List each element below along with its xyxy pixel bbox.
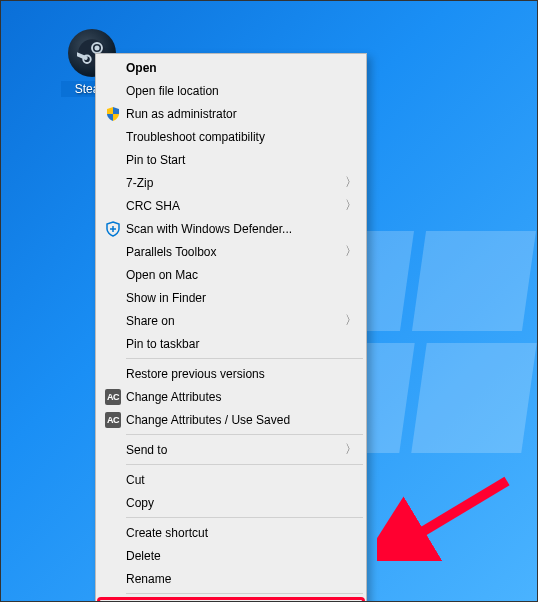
menu-cut-label: Cut — [124, 473, 358, 487]
menu-open-label: Open — [124, 61, 358, 75]
menu-open-location-label: Open file location — [124, 84, 358, 98]
menu-separator — [126, 464, 363, 465]
menu-delete-label: Delete — [124, 549, 358, 563]
menu-separator — [126, 517, 363, 518]
menu-defender-label: Scan with Windows Defender... — [124, 222, 358, 236]
menu-copy[interactable]: Copy — [98, 491, 364, 514]
defender-icon — [102, 221, 124, 237]
menu-7zip-label: 7-Zip — [124, 176, 344, 190]
menu-parallels-label: Parallels Toolbox — [124, 245, 344, 259]
menu-create-shortcut-label: Create shortcut — [124, 526, 358, 540]
menu-send-to[interactable]: Send to 〉 — [98, 438, 364, 461]
menu-run-as-administrator[interactable]: Run as administrator — [98, 102, 364, 125]
context-menu: Open Open file location Run as administr… — [95, 53, 367, 602]
menu-share-on-label: Share on — [124, 314, 344, 328]
menu-change-attributes-use-saved[interactable]: AC Change Attributes / Use Saved — [98, 408, 364, 431]
menu-open-mac-label: Open on Mac — [124, 268, 358, 282]
chevron-right-icon: 〉 — [344, 441, 358, 458]
menu-open[interactable]: Open — [98, 56, 364, 79]
menu-show-finder-label: Show in Finder — [124, 291, 358, 305]
menu-restore-versions-label: Restore previous versions — [124, 367, 358, 381]
menu-separator — [126, 434, 363, 435]
menu-change-attr-label: Change Attributes — [124, 390, 358, 404]
menu-pin-start-label: Pin to Start — [124, 153, 358, 167]
menu-scan-defender[interactable]: Scan with Windows Defender... — [98, 217, 364, 240]
menu-send-to-label: Send to — [124, 443, 344, 457]
svg-line-5 — [407, 481, 507, 541]
menu-troubleshoot-label: Troubleshoot compatibility — [124, 130, 358, 144]
menu-change-attributes[interactable]: AC Change Attributes — [98, 385, 364, 408]
menu-properties[interactable]: Properties — [97, 597, 365, 602]
menu-rename[interactable]: Rename — [98, 567, 364, 590]
menu-share-on[interactable]: Share on 〉 — [98, 309, 364, 332]
menu-change-attr-saved-label: Change Attributes / Use Saved — [124, 413, 358, 427]
menu-pin-to-start[interactable]: Pin to Start — [98, 148, 364, 171]
attribute-changer-icon: AC — [102, 389, 124, 405]
svg-point-2 — [95, 46, 100, 51]
chevron-right-icon: 〉 — [344, 243, 358, 260]
menu-copy-label: Copy — [124, 496, 358, 510]
menu-cut[interactable]: Cut — [98, 468, 364, 491]
menu-pin-to-taskbar[interactable]: Pin to taskbar — [98, 332, 364, 355]
menu-crc-sha[interactable]: CRC SHA 〉 — [98, 194, 364, 217]
menu-troubleshoot-compatibility[interactable]: Troubleshoot compatibility — [98, 125, 364, 148]
annotation-arrow — [377, 471, 517, 561]
menu-restore-previous-versions[interactable]: Restore previous versions — [98, 362, 364, 385]
menu-separator — [126, 593, 363, 594]
menu-rename-label: Rename — [124, 572, 358, 586]
menu-create-shortcut[interactable]: Create shortcut — [98, 521, 364, 544]
menu-pin-taskbar-label: Pin to taskbar — [124, 337, 358, 351]
menu-run-admin-label: Run as administrator — [124, 107, 358, 121]
chevron-right-icon: 〉 — [344, 197, 358, 214]
menu-show-in-finder[interactable]: Show in Finder — [98, 286, 364, 309]
attribute-changer-icon: AC — [102, 412, 124, 428]
menu-parallels-toolbox[interactable]: Parallels Toolbox 〉 — [98, 240, 364, 263]
menu-open-file-location[interactable]: Open file location — [98, 79, 364, 102]
menu-7zip[interactable]: 7-Zip 〉 — [98, 171, 364, 194]
menu-separator — [126, 358, 363, 359]
menu-open-on-mac[interactable]: Open on Mac — [98, 263, 364, 286]
chevron-right-icon: 〉 — [344, 312, 358, 329]
menu-delete[interactable]: Delete — [98, 544, 364, 567]
uac-shield-icon — [102, 106, 124, 122]
menu-crc-sha-label: CRC SHA — [124, 199, 344, 213]
chevron-right-icon: 〉 — [344, 174, 358, 191]
